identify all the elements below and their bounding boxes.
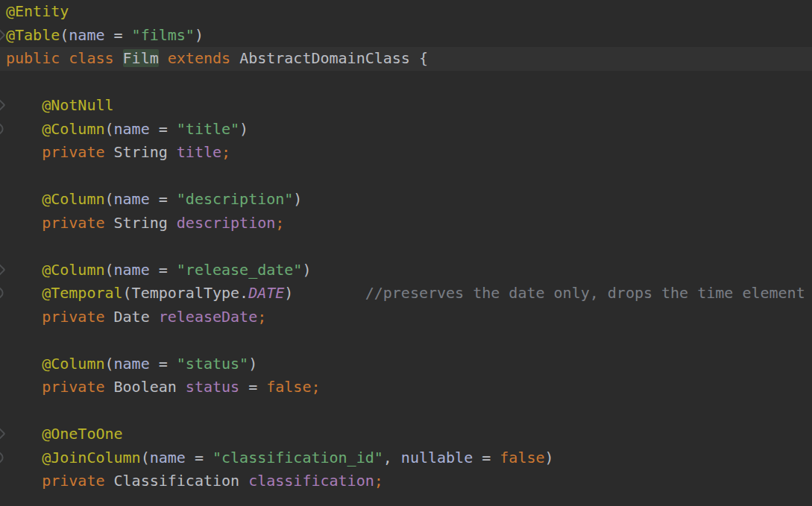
token-punct	[6, 143, 42, 161]
token-str: "title"	[177, 120, 239, 138]
token-punct: )	[239, 120, 248, 138]
code-line-15[interactable]	[0, 329, 812, 352]
token-punct: =	[150, 120, 177, 138]
code-line-21[interactable]: private Classification classification;	[0, 469, 812, 493]
token-punct: (	[104, 355, 113, 373]
token-punct	[293, 284, 365, 302]
token-punct	[177, 378, 186, 396]
token-punct: )	[248, 355, 257, 373]
token-kw: private	[42, 143, 104, 161]
code-line-11[interactable]	[0, 235, 812, 259]
token-kw: extends	[168, 49, 230, 67]
token-str: "description"	[177, 190, 294, 208]
token-str: "release_date"	[177, 261, 303, 279]
token-punct	[104, 378, 113, 396]
token-attr: nullable	[401, 449, 473, 467]
token-punct: (	[104, 120, 113, 138]
token-punct	[6, 96, 42, 114]
token-static: DATE	[248, 284, 284, 302]
token-punct	[6, 355, 42, 373]
token-semi: ;	[311, 378, 320, 396]
token-punct	[6, 378, 42, 396]
class-name-film: Film	[123, 49, 159, 67]
token-punct: )	[284, 284, 293, 302]
code-line-12[interactable]: @Column(name = "release_date")	[0, 259, 812, 282]
token-punct: {	[410, 49, 428, 67]
token-punct	[60, 49, 69, 67]
token-punct: =	[104, 26, 131, 44]
token-ann: @JoinColumn	[42, 449, 140, 467]
code-line-5[interactable]: @NotNull	[0, 94, 812, 118]
token-punct: (	[104, 261, 113, 279]
token-ann: @OneToOne	[42, 425, 122, 443]
token-punct: )	[545, 449, 554, 467]
token-attr: name	[114, 120, 150, 138]
token-punct	[6, 214, 42, 232]
token-str: "classification_id"	[213, 449, 383, 467]
token-punct: )	[293, 190, 302, 208]
token-ann: @Column	[42, 190, 104, 208]
code-line-2[interactable]: @Table(name = "films")	[0, 24, 812, 48]
token-punct: )	[195, 26, 204, 44]
token-str: "status"	[177, 355, 248, 373]
token-attr: name	[150, 449, 186, 467]
token-punct	[239, 472, 248, 490]
token-punct: (	[104, 190, 113, 208]
token-punct: ,	[383, 449, 401, 467]
token-semi: ;	[221, 143, 230, 161]
token-field: classification	[248, 472, 374, 490]
token-kw: false	[500, 449, 544, 467]
token-punct: =	[150, 190, 177, 208]
token-attr: name	[114, 190, 150, 208]
code-area[interactable]: @Entity@Table(name = "films")public clas…	[0, 0, 812, 493]
token-kw: private	[42, 378, 104, 396]
token-punct	[6, 284, 42, 302]
code-line-19[interactable]: @OneToOne	[0, 423, 812, 446]
token-field: description	[177, 214, 275, 232]
inline-comment: //preserves the date only, drops the tim…	[365, 284, 805, 302]
code-line-3[interactable]: public class Film extends AbstractDomain…	[0, 47, 812, 71]
code-line-1[interactable]: @Entity	[0, 0, 812, 24]
code-line-18[interactable]	[0, 399, 812, 423]
token-kw: class	[69, 49, 113, 67]
token-punct	[230, 49, 239, 67]
token-punct: )	[302, 261, 311, 279]
token-punct	[159, 49, 168, 67]
token-cls: Boolean	[114, 378, 177, 396]
code-line-8[interactable]	[0, 165, 812, 189]
code-line-20[interactable]: @JoinColumn(name = "classification_id", …	[0, 446, 812, 470]
token-kw: private	[42, 308, 104, 326]
token-field: title	[177, 143, 221, 161]
token-punct	[6, 190, 42, 208]
token-punct	[6, 120, 42, 138]
token-kw: private	[42, 214, 104, 232]
token-punct: =	[150, 261, 177, 279]
token-punct: (	[60, 26, 69, 44]
code-line-4[interactable]	[0, 71, 812, 95]
token-ann: @Table	[6, 26, 60, 44]
token-punct	[104, 472, 113, 490]
code-line-7[interactable]: private String title;	[0, 141, 812, 165]
code-line-13[interactable]: @Temporal(TemporalType.DATE) //preserves…	[0, 282, 812, 306]
token-field: releaseDate	[159, 308, 257, 326]
token-cls: AbstractDomainClass	[239, 49, 410, 67]
token-punct	[168, 143, 177, 161]
code-line-9[interactable]: @Column(name = "description")	[0, 188, 812, 212]
code-line-14[interactable]: private Date releaseDate;	[0, 306, 812, 329]
code-line-6[interactable]: @Column(name = "title")	[0, 118, 812, 142]
token-ann: @Column	[42, 261, 104, 279]
token-semi: ;	[275, 214, 284, 232]
code-line-17[interactable]: private Boolean status = false;	[0, 376, 812, 399]
code-editor[interactable]: @Entity@Table(name = "films")public clas…	[0, 0, 812, 506]
token-str: "films"	[132, 26, 195, 44]
token-cls: String	[114, 214, 168, 232]
token-ann: @Column	[42, 120, 104, 138]
token-punct	[104, 143, 113, 161]
token-punct	[6, 472, 42, 490]
token-punct	[6, 261, 42, 279]
token-punct: =	[150, 355, 177, 373]
code-line-10[interactable]: private String description;	[0, 212, 812, 235]
token-cls: String	[114, 143, 168, 161]
token-kw: public	[6, 49, 60, 67]
code-line-16[interactable]: @Column(name = "status")	[0, 352, 812, 376]
